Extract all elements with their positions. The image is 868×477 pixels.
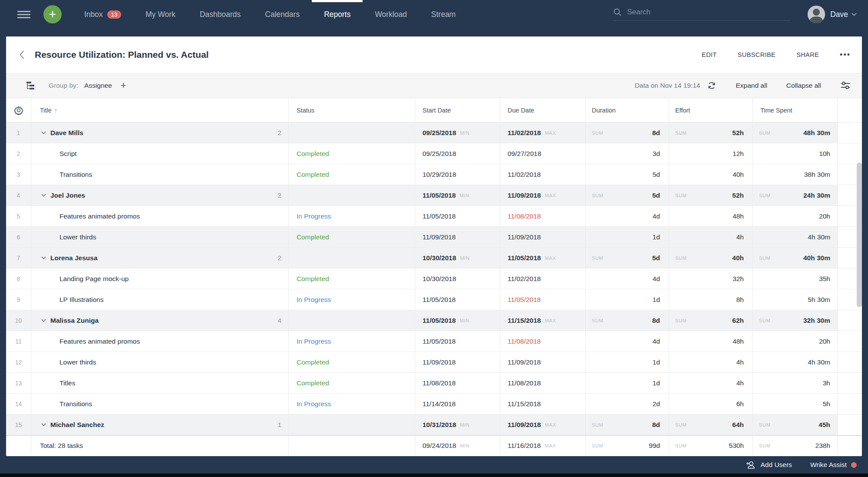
task-row[interactable]: 3TransitionsCompleted10/29/201811/02/201… [6, 164, 862, 185]
back-button[interactable] [16, 49, 28, 61]
edit-button[interactable]: EDIT [702, 51, 717, 58]
cell-duration: 5d [586, 164, 669, 185]
cell-time-spent: SUM45h [753, 414, 838, 435]
row-filler [838, 352, 862, 372]
group-row[interactable]: 10Malissa Zuniga411/05/2018MIN11/15/2018… [6, 310, 862, 331]
column-header-effort[interactable]: Effort [669, 98, 753, 122]
agg-label-min: MIN [460, 193, 469, 198]
avatar[interactable] [808, 6, 825, 23]
user-name[interactable]: Dave [830, 10, 848, 19]
cell-due-date: 11/02/2018MAX [500, 123, 586, 143]
search-box[interactable] [613, 8, 790, 21]
cell-start-date: 11/05/2018 [415, 331, 500, 351]
task-row[interactable]: 14TransitionsIn Progress11/14/201811/15/… [6, 394, 862, 414]
add-grouping-icon[interactable]: + [121, 80, 126, 91]
task-title: Landing Page mock-up [31, 275, 129, 283]
row-filler [838, 436, 862, 455]
task-row[interactable]: 11Features animated promosIn Progress11/… [6, 331, 862, 352]
nav-item-label: Workload [375, 10, 407, 19]
bottom-bar: Add Users Wrike Assist [0, 456, 868, 474]
vertical-scrollbar[interactable] [857, 162, 862, 307]
view-settings-button[interactable] [840, 81, 851, 90]
task-row[interactable]: 2ScriptCompleted09/25/201809/27/20183d12… [6, 143, 862, 164]
cell-status: In Progress [289, 394, 415, 414]
group-by-value[interactable]: Assignee [84, 82, 112, 89]
nav-item-stream[interactable]: Stream [419, 0, 468, 29]
agg-label-sum: SUM [759, 318, 770, 323]
agg-label-max: MAX [545, 193, 556, 198]
group-task-count: 2 [277, 254, 288, 262]
group-chevron-icon [41, 131, 46, 134]
nav-item-dashboards[interactable]: Dashboards [188, 0, 253, 29]
cell-title: Script [31, 143, 289, 164]
cell-time-spent: 4h 30m [753, 352, 838, 372]
nav-item-calendars[interactable]: Calendars [253, 0, 312, 29]
nav-item-reports[interactable]: Reports [312, 0, 363, 29]
group-collapse-toggle[interactable] [41, 423, 46, 426]
status-badge: Completed [297, 358, 329, 366]
column-header-duration[interactable]: Duration [586, 98, 669, 122]
task-row[interactable]: 12Lower thirdsCompleted11/09/201811/09/2… [6, 352, 862, 373]
header-gutter [6, 98, 31, 122]
column-header-title[interactable]: Title ↑ [31, 98, 289, 122]
row-number: 6 [17, 234, 20, 241]
gear-icon[interactable] [14, 106, 23, 115]
agg-label-sum: SUM [675, 443, 686, 448]
cell-start-date: 11/05/2018MIN [415, 185, 500, 205]
nav-item-inbox[interactable]: Inbox13 [72, 0, 133, 29]
cell-due-date: 11/15/2018MAX [500, 310, 586, 331]
wrike-assist-button[interactable]: Wrike Assist [810, 461, 857, 469]
group-row[interactable]: 4Joel Jones211/05/2018MIN11/09/2018MAXSU… [6, 185, 862, 206]
column-header-time-spent[interactable]: Time Spent [753, 98, 838, 122]
column-header-start-date[interactable]: Start Date [415, 98, 500, 122]
task-row[interactable]: 6Lower thirdsCompleted11/09/201811/09/20… [6, 227, 862, 248]
cell-duration: SUM99d [586, 436, 669, 455]
create-new-button[interactable]: + [43, 5, 62, 23]
start-date-value: 11/05/2018 [422, 296, 455, 304]
collapse-all-button[interactable]: Collapse all [786, 82, 821, 89]
group-name: Dave Mills [50, 129, 83, 137]
time-spent-value: 24h 30m [803, 192, 830, 199]
group-collapse-toggle[interactable] [41, 256, 46, 259]
duration-value: 5d [652, 254, 660, 262]
search-input[interactable] [627, 8, 790, 17]
time-spent-value: 20h [819, 338, 830, 345]
task-row[interactable]: 9LP IllustrationsIn Progress11/05/201811… [6, 289, 862, 310]
nav-item-workload[interactable]: Workload [363, 0, 419, 29]
subscribe-button[interactable]: SUBSCRIBE [738, 51, 776, 58]
cell-due-date: 11/16/2018MAX [500, 436, 586, 455]
chevron-down-icon[interactable] [851, 13, 857, 16]
column-header-due-date[interactable]: Due Date [500, 98, 586, 122]
nav-item-my-work[interactable]: My Work [133, 0, 188, 29]
group-row[interactable]: 1Dave Mills209/25/2018MIN11/02/2018MAXSU… [6, 123, 862, 143]
group-collapse-toggle[interactable] [41, 194, 46, 197]
share-button[interactable]: SHARE [796, 51, 819, 58]
effort-value: 8h [736, 296, 744, 304]
cell-status: In Progress [289, 331, 415, 351]
task-row[interactable]: 5Features animated promosIn Progress11/0… [6, 206, 862, 227]
due-date-value: 11/02/2018 [508, 275, 541, 283]
agg-label-max: MAX [545, 130, 556, 136]
group-row[interactable]: 7Lorena Jesusa210/30/2018MIN11/05/2018MA… [6, 248, 862, 268]
cell-start-date: 09/25/2018 [415, 143, 500, 164]
cell-duration: 1d [586, 352, 669, 372]
cell-start-date: 11/05/2018MIN [415, 310, 500, 331]
group-by-icon[interactable] [26, 81, 36, 90]
refresh-button[interactable] [707, 81, 716, 90]
task-row[interactable]: 8Landing Page mock-upCompleted10/30/2018… [6, 268, 862, 289]
expand-all-button[interactable]: Expand all [736, 82, 767, 89]
group-row[interactable]: 15Michael Sanchez110/31/2018MIN11/09/201… [6, 414, 862, 435]
row-number: 8 [17, 275, 20, 282]
group-chevron-icon [41, 319, 46, 322]
main-nav: Inbox13My WorkDashboardsCalendarsReports… [72, 0, 468, 29]
column-header-status[interactable]: Status [289, 98, 415, 122]
add-users-icon [746, 461, 756, 469]
task-row[interactable]: 13TitlesCompleted11/08/201811/08/20181d4… [6, 373, 862, 394]
group-collapse-toggle[interactable] [41, 319, 46, 322]
group-collapse-toggle[interactable] [41, 131, 46, 134]
more-options-icon[interactable]: ••• [840, 53, 851, 57]
hamburger-menu-icon[interactable] [17, 9, 30, 20]
effort-value: 6h [736, 400, 744, 408]
add-users-button[interactable]: Add Users [746, 461, 792, 469]
task-title: Lower thirds [31, 358, 96, 366]
